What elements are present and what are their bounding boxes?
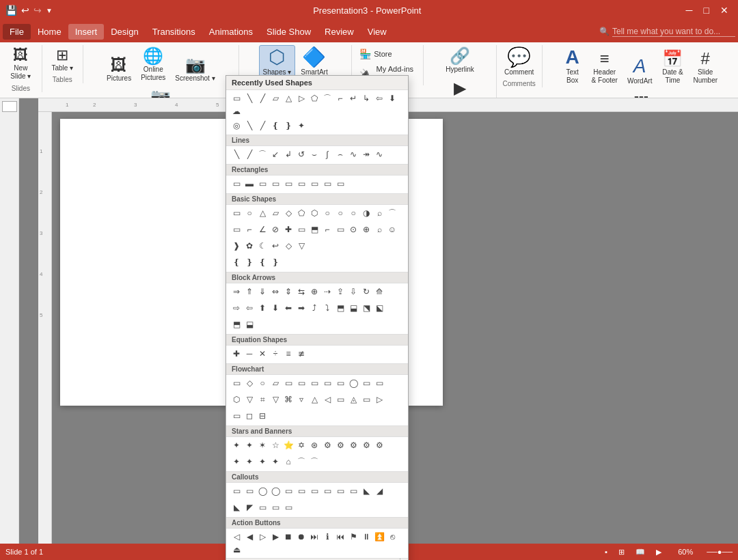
shape-item[interactable]: ▭: [360, 393, 372, 406]
shape-item[interactable]: ⤵: [321, 302, 333, 314]
shape-item[interactable]: ⇪: [334, 285, 346, 298]
shape-item[interactable]: ▭: [269, 178, 282, 190]
wordart-button[interactable]: A WordArt: [623, 54, 657, 87]
shape-item[interactable]: ↵: [347, 92, 359, 104]
shape-item[interactable]: ⌣: [308, 148, 320, 160]
shape-item[interactable]: ⚙: [373, 439, 385, 451]
shape-item[interactable]: ✚: [282, 223, 295, 236]
shape-item[interactable]: ⌗: [256, 393, 269, 406]
menu-item-review[interactable]: Review: [318, 24, 361, 40]
shape-item[interactable]: ▭: [269, 501, 282, 514]
shape-item[interactable]: ▱: [269, 92, 282, 104]
shape-item[interactable]: ✚: [230, 348, 243, 360]
shape-item[interactable]: ╱: [243, 148, 256, 160]
shape-item[interactable]: ⬒: [308, 223, 320, 236]
shape-item[interactable]: ╲: [243, 92, 256, 104]
shape-item[interactable]: ▭: [360, 377, 372, 389]
shape-item[interactable]: ☺: [386, 223, 398, 236]
shape-item[interactable]: ⇢: [321, 285, 333, 298]
text-box-button[interactable]: A TextBox: [559, 45, 586, 87]
online-pictures-button[interactable]: 🌐 OnlinePictures: [137, 45, 169, 85]
shape-item[interactable]: ▭: [334, 393, 346, 406]
shape-item[interactable]: ☾: [256, 240, 269, 252]
menu-item-transitions[interactable]: Transitions: [146, 24, 202, 40]
shape-item[interactable]: ▭: [230, 223, 243, 236]
shape-item[interactable]: ❴: [230, 256, 243, 268]
shape-item[interactable]: ↺: [295, 148, 308, 160]
shape-item[interactable]: ⊙: [347, 223, 359, 236]
shape-item[interactable]: ⇕: [282, 285, 295, 298]
shape-item[interactable]: ↳: [360, 92, 372, 104]
shape-item[interactable]: ▱: [269, 377, 282, 389]
date-time-button[interactable]: 📅 Date &Time: [657, 48, 687, 87]
shape-item[interactable]: ⚙: [334, 439, 346, 451]
shape-item[interactable]: ∿: [347, 148, 359, 160]
shape-item[interactable]: ⇨: [230, 302, 243, 314]
shape-item[interactable]: ≡: [282, 348, 295, 360]
shape-item[interactable]: △: [308, 393, 320, 406]
shape-item[interactable]: ◬: [347, 393, 359, 406]
menu-item-slideshow[interactable]: Slide Show: [260, 24, 318, 40]
shape-item[interactable]: ☆: [269, 439, 282, 451]
shape-item[interactable]: ⬠: [308, 92, 320, 104]
shape-item[interactable]: ⏭: [308, 531, 320, 543]
shape-item[interactable]: ⌐: [243, 223, 256, 236]
shape-item[interactable]: ✶: [256, 439, 269, 451]
shape-item[interactable]: ⏮: [334, 531, 346, 543]
shape-item[interactable]: ◻: [243, 410, 256, 422]
shape-item[interactable]: ▬: [243, 178, 256, 190]
shape-item[interactable]: ⌒: [386, 207, 398, 219]
shape-item[interactable]: ☁: [230, 105, 243, 117]
shape-item[interactable]: ▭: [230, 178, 243, 190]
shape-item[interactable]: ⬆: [256, 302, 269, 314]
view-slideshow[interactable]: ▶: [656, 548, 661, 557]
shape-item[interactable]: ⊘: [269, 223, 282, 236]
shape-item[interactable]: ⚑: [347, 531, 359, 543]
shape-item[interactable]: ◤: [243, 501, 256, 514]
shape-item[interactable]: ✦: [243, 456, 256, 468]
shape-item[interactable]: ╲: [230, 148, 243, 160]
view-reading[interactable]: 📖: [636, 548, 645, 557]
maximize-btn[interactable]: □: [700, 3, 713, 17]
shape-item[interactable]: ◇: [243, 377, 256, 389]
menu-item-animations[interactable]: Animations: [202, 24, 260, 40]
shape-item[interactable]: ▭: [334, 377, 346, 389]
shape-item[interactable]: ◇: [282, 207, 295, 219]
shape-item[interactable]: ◯: [269, 485, 282, 497]
shape-item[interactable]: ↠: [360, 148, 372, 160]
shape-item[interactable]: ⊛: [308, 439, 320, 451]
shape-item[interactable]: ▭: [321, 485, 333, 497]
shape-item[interactable]: ⏺: [295, 531, 308, 543]
shape-item[interactable]: ÷: [269, 348, 282, 360]
shape-item[interactable]: ▭: [282, 501, 295, 514]
shape-item[interactable]: ∫: [321, 148, 333, 160]
shape-item[interactable]: ❴: [256, 256, 269, 268]
shape-item[interactable]: ✦: [295, 120, 308, 132]
minimize-btn[interactable]: ─: [682, 3, 697, 17]
menu-item-design[interactable]: Design: [104, 24, 145, 40]
view-sorter[interactable]: ⊞: [618, 548, 625, 557]
header-footer-button[interactable]: ≡ Header& Footer: [588, 48, 622, 87]
shape-item[interactable]: ℹ: [321, 531, 333, 543]
shape-item[interactable]: ▷: [256, 531, 269, 543]
shape-item[interactable]: ▭: [308, 485, 320, 497]
shape-item[interactable]: ⬇: [269, 302, 282, 314]
shape-item[interactable]: △: [256, 207, 269, 219]
shape-item[interactable]: ▭: [282, 485, 295, 497]
shape-item[interactable]: ✿: [243, 240, 256, 252]
shape-item[interactable]: ⬓: [347, 302, 359, 314]
shape-item[interactable]: ⌘: [282, 393, 295, 406]
shape-item[interactable]: ⏸: [360, 531, 372, 543]
shape-item[interactable]: ➡: [295, 302, 308, 314]
shape-item[interactable]: △: [282, 92, 295, 104]
shape-item[interactable]: ✦: [230, 456, 243, 468]
shape-item[interactable]: ○: [334, 207, 346, 219]
shape-item[interactable]: ⬒: [334, 302, 346, 314]
shape-item[interactable]: ✕: [256, 348, 269, 360]
shape-item[interactable]: ⟰: [373, 285, 385, 298]
shape-item[interactable]: ╱: [256, 92, 269, 104]
shape-item[interactable]: ▭: [282, 178, 295, 190]
shape-item[interactable]: ∠: [256, 223, 269, 236]
shape-item[interactable]: ⬕: [373, 302, 385, 314]
shape-item[interactable]: ◯: [256, 485, 269, 497]
